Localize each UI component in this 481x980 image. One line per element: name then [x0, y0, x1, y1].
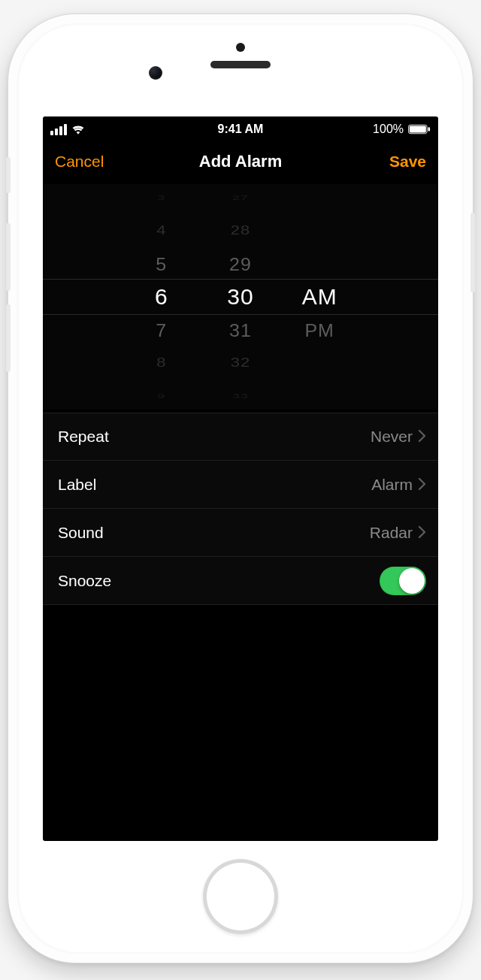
- minute-option[interactable]: 32: [201, 350, 280, 376]
- minute-option[interactable]: 33: [201, 388, 280, 404]
- repeat-label: Repeat: [58, 428, 109, 446]
- minute-option[interactable]: 27: [201, 189, 280, 206]
- svg-rect-2: [428, 127, 430, 131]
- ampm-wheel[interactable]: AM PM: [280, 184, 359, 410]
- device-bezel: 9:41 AM 100% Cancel Add Alarm Save: [17, 23, 464, 954]
- nav-bar: Cancel Add Alarm Save: [43, 139, 438, 184]
- status-bar: 9:41 AM 100%: [43, 116, 438, 139]
- minute-option[interactable]: 28: [201, 218, 280, 243]
- picker-spacer-right: [359, 184, 438, 410]
- power-button: [470, 213, 475, 292]
- proximity-sensor: [236, 43, 245, 52]
- battery-icon: [408, 124, 431, 135]
- hour-option[interactable]: 9: [122, 388, 201, 404]
- wifi-icon: [71, 124, 85, 135]
- volume-down-button: [6, 304, 11, 372]
- minute-wheel[interactable]: 27 28 29 30 31 32 33: [201, 184, 280, 410]
- volume-up-button: [6, 223, 11, 291]
- ampm-option[interactable]: PM: [280, 314, 359, 346]
- hour-wheel[interactable]: 3 4 5 6 7 8 9: [122, 184, 201, 410]
- chevron-right-icon: [419, 428, 426, 446]
- device-frame: 9:41 AM 100% Cancel Add Alarm Save: [8, 14, 473, 963]
- alarm-options-list: Repeat Never Label Alarm: [43, 413, 438, 605]
- earpiece: [210, 61, 271, 68]
- svg-rect-1: [410, 126, 426, 133]
- hour-option[interactable]: 3: [122, 189, 201, 206]
- hour-option[interactable]: 7: [122, 314, 201, 346]
- label-value: Alarm: [371, 476, 413, 494]
- toggle-knob: [399, 568, 425, 594]
- ampm-option-selected[interactable]: AM: [280, 280, 359, 313]
- label-row[interactable]: Label Alarm: [43, 461, 438, 509]
- hour-option[interactable]: 4: [122, 218, 201, 243]
- sound-label: Sound: [58, 524, 104, 542]
- screen: 9:41 AM 100% Cancel Add Alarm Save: [43, 116, 438, 841]
- snooze-toggle[interactable]: [380, 567, 426, 595]
- page-title: Add Alarm: [43, 152, 438, 171]
- snooze-row: Snooze: [43, 557, 438, 605]
- snooze-label: Snooze: [58, 572, 111, 590]
- chevron-right-icon: [419, 476, 426, 494]
- hour-option-selected[interactable]: 6: [122, 280, 201, 313]
- label-label: Label: [58, 476, 96, 494]
- time-picker[interactable]: 3 4 5 6 7 8 9 27 28 29: [43, 184, 438, 410]
- minute-option[interactable]: 31: [201, 314, 280, 346]
- repeat-row[interactable]: Repeat Never: [43, 413, 438, 461]
- hour-option[interactable]: 5: [122, 248, 201, 280]
- hour-option[interactable]: 8: [122, 350, 201, 376]
- mute-switch: [6, 157, 11, 193]
- sound-row[interactable]: Sound Radar: [43, 509, 438, 557]
- front-camera: [149, 66, 162, 80]
- chevron-right-icon: [419, 524, 426, 542]
- minute-option[interactable]: 29: [201, 248, 280, 280]
- minute-option-selected[interactable]: 30: [201, 280, 280, 313]
- picker-spacer-left: [43, 184, 122, 410]
- sound-value: Radar: [370, 524, 413, 542]
- cellular-signal-icon: [50, 124, 67, 135]
- home-button[interactable]: [203, 859, 278, 934]
- repeat-value: Never: [371, 428, 413, 446]
- battery-percentage: 100%: [373, 122, 404, 136]
